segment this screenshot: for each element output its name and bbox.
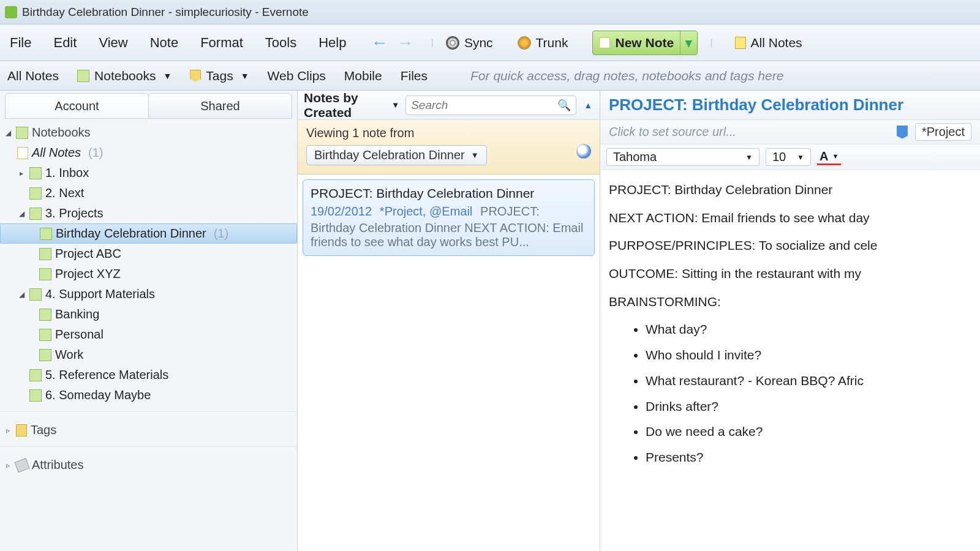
note-editor-panel: PROJECT: Birthday Celebration Dinner Cli… (600, 91, 980, 551)
menu-edit[interactable]: Edit (53, 35, 77, 51)
chevron-down-icon: ▼ (163, 71, 172, 81)
chevron-down-icon: ▼ (391, 100, 399, 110)
menubar-toolbar-row: File Edit View Note Format Tools Help ← … (0, 24, 980, 61)
chevron-down-icon: ▼ (745, 153, 753, 162)
tree-project-abc[interactable]: Project ABC (0, 244, 297, 264)
sync-button[interactable]: Sync (446, 36, 493, 50)
evernote-app-icon (5, 6, 17, 18)
shortcut-webclips[interactable]: Web Clips (268, 69, 326, 83)
all-notes-icon (735, 37, 746, 49)
tree-notebooks[interactable]: ◢Notebooks (0, 122, 297, 143)
source-url-field[interactable]: Click to set source url... (609, 125, 736, 139)
shortcut-bar: All Notes Notebooks▼ Tags▼ Web Clips Mob… (0, 61, 980, 91)
window-title: Birthday Celebration Dinner - simplecuri… (22, 6, 309, 19)
shortcut-hint: For quick access, drag notes, notebooks … (470, 69, 783, 83)
menu-note[interactable]: Note (150, 35, 178, 51)
search-in-notebook-icon[interactable] (576, 144, 591, 159)
list-item: What restaurant? - Korean BBQ? Afric (646, 370, 971, 392)
new-note-dropdown[interactable]: ▾ (680, 31, 697, 54)
font-color-button[interactable]: A ▼ (817, 149, 841, 165)
new-note-button[interactable]: New Note ▾ (592, 31, 698, 55)
tag-chip-project[interactable]: *Project (915, 123, 971, 141)
chevron-down-icon: ▼ (241, 71, 249, 81)
note-card-title: PROJECT: Birthday Celebration Dinner (311, 186, 587, 201)
note-line: OUTCOME: Sitting in the restaurant with … (609, 263, 971, 285)
sync-icon (446, 36, 459, 50)
list-item: Who should I invite? (646, 344, 971, 366)
tree-support-work[interactable]: Work (0, 345, 297, 365)
tag-icon (16, 424, 27, 437)
notebook-icon (40, 228, 52, 240)
search-icon[interactable]: 🔍 (557, 99, 571, 112)
tab-account[interactable]: Account (5, 93, 149, 119)
notebook-tree: ◢Notebooks All Notes(1) ▸1. Inbox 2. Nex… (0, 119, 297, 551)
attributes-icon (15, 458, 30, 473)
note-title: PROJECT: Birthday Celebration Dinner (609, 96, 903, 114)
menu-tools[interactable]: Tools (265, 35, 296, 51)
nav-back-icon[interactable]: ← (371, 34, 388, 51)
chevron-down-icon: ▼ (797, 153, 804, 162)
note-card-snippet-2: Birthday Celebration Dinner NEXT ACTION:… (311, 221, 587, 249)
menu-file[interactable]: File (10, 35, 31, 51)
tree-project-xyz[interactable]: Project XYZ (0, 264, 297, 284)
list-item: Do we need a cake? (646, 421, 971, 443)
tab-shared[interactable]: Shared (148, 93, 292, 119)
shortcut-tags[interactable]: Tags▼ (190, 69, 249, 83)
tree-attributes[interactable]: ▹Attributes (0, 455, 297, 475)
font-size-select[interactable]: 10▼ (766, 148, 811, 166)
nav-forward-icon[interactable]: → (396, 34, 413, 51)
tree-support-banking[interactable]: Banking (0, 304, 297, 324)
trunk-icon (518, 36, 531, 50)
tree-inbox[interactable]: ▸1. Inbox (0, 163, 297, 183)
menu-format[interactable]: Format (200, 35, 243, 51)
tree-project-birthday[interactable]: Birthday Celebration Dinner(1) (0, 223, 297, 244)
viewing-bar: Viewing 1 note from Birthday Celebration… (298, 120, 600, 174)
tree-someday[interactable]: 6. Someday Maybe (0, 385, 297, 405)
note-icon (599, 37, 610, 48)
notebook-icon (39, 248, 51, 260)
font-family-select[interactable]: Tahoma▼ (606, 148, 760, 166)
tree-projects[interactable]: ◢3. Projects (0, 203, 297, 223)
shortcut-all-notes[interactable]: All Notes (7, 69, 59, 83)
note-card[interactable]: PROJECT: Birthday Celebration Dinner 19/… (303, 179, 595, 256)
shortcut-notebooks[interactable]: Notebooks▼ (77, 69, 172, 83)
window-titlebar: Birthday Celebration Dinner - simplecuri… (0, 0, 980, 24)
menu-view[interactable]: View (99, 35, 127, 51)
list-item: Presents? (646, 446, 971, 468)
note-icon (17, 147, 28, 159)
notebook-icon (77, 70, 89, 82)
brainstorm-list: What day? Who should I invite? What rest… (646, 318, 971, 468)
chevron-down-icon: ▼ (471, 151, 479, 160)
tree-next[interactable]: 2. Next (0, 183, 297, 203)
notebook-icon (29, 167, 42, 179)
note-card-tags: *Project, @Email (380, 204, 472, 218)
sort-button[interactable]: Notes by Created▼ (304, 91, 399, 120)
note-list-panel: Notes by Created▼ 🔍 ▲ Viewing 1 note fro… (298, 91, 600, 551)
collapse-icon[interactable]: ▲ (582, 100, 594, 110)
note-body[interactable]: PROJECT: Birthday Celebration Dinner NEX… (600, 170, 980, 551)
menu-help[interactable]: Help (318, 35, 346, 51)
note-title-bar[interactable]: PROJECT: Birthday Celebration Dinner (600, 91, 980, 120)
notebook-icon (39, 349, 51, 361)
all-notes-button[interactable]: All Notes (735, 36, 802, 50)
tag-icon[interactable] (897, 126, 908, 139)
shortcut-files[interactable]: Files (401, 69, 428, 83)
notebook-filter-select[interactable]: Birthday Celebration Dinner▼ (306, 145, 487, 165)
notebook-icon (39, 309, 51, 321)
tree-support[interactable]: ◢4. Support Materials (0, 284, 297, 304)
tree-all-notes[interactable]: All Notes(1) (0, 143, 297, 163)
note-card-date: 19/02/2012 (311, 204, 372, 218)
notebook-icon (29, 288, 42, 301)
note-line: BRAINSTORMING: (609, 291, 971, 313)
search-input[interactable] (411, 99, 557, 112)
tree-reference[interactable]: 5. Reference Materials (0, 365, 297, 385)
tree-support-personal[interactable]: Personal (0, 324, 297, 345)
trunk-button[interactable]: Trunk (518, 36, 568, 50)
search-box[interactable]: 🔍 (405, 96, 576, 115)
format-toolbar: Tahoma▼ 10▼ A ▼ (600, 144, 980, 170)
shortcut-mobile[interactable]: Mobile (344, 69, 382, 83)
sidebar: Account Shared ◢Notebooks All Notes(1) ▸… (0, 91, 298, 551)
tree-tags[interactable]: ▹Tags (0, 420, 297, 440)
tag-icon (190, 70, 201, 82)
menubar: File Edit View Note Format Tools Help (10, 35, 346, 51)
